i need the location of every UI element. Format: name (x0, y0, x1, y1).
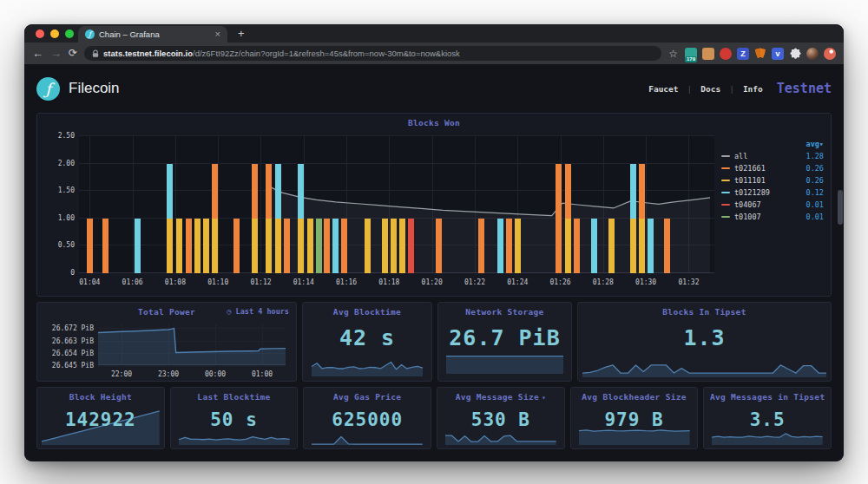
bar (324, 136, 330, 273)
panel-title: Avg Blocktime (303, 307, 431, 317)
x-tick-label: 00:00 (205, 370, 226, 378)
legend-swatch (721, 155, 730, 157)
bar (252, 136, 258, 273)
reload-icon[interactable]: ⟳ (69, 48, 77, 59)
panel-title-dropdown[interactable]: Avg Message Size▾ (437, 392, 564, 402)
legend-item[interactable]: t010070.01 (721, 211, 824, 223)
sparkline-svg (179, 431, 290, 445)
nav-link-docs[interactable]: Docs (700, 84, 720, 94)
legend-label[interactable]: t04067 (734, 200, 761, 209)
bar-segment (639, 219, 645, 273)
legend-item[interactable]: t01212890.12 (721, 186, 824, 199)
bar-segment (478, 219, 484, 273)
bar-segment (266, 164, 272, 219)
page-scrollbar-thumb[interactable] (838, 190, 843, 225)
legend-label[interactable]: t021661 (734, 164, 766, 173)
filecoin-logo-icon: ƒ (36, 77, 60, 101)
bar-segment (275, 219, 281, 273)
nav-link-info[interactable]: Info (743, 84, 763, 94)
panel-blocks-won: Blocks Won 01:0401:0601:0801:1001:1201:1… (36, 113, 832, 297)
total-power-line (98, 324, 286, 365)
close-window-button[interactable] (36, 29, 44, 38)
legend-avg-value: 0.26 (806, 164, 824, 173)
window-controls (36, 29, 74, 38)
y-tick-label: 0 (44, 269, 75, 277)
legend-avg-header[interactable]: avg▾ (806, 140, 824, 148)
stat-value: 142922 (37, 409, 164, 430)
bar-segment (102, 219, 108, 273)
close-tab-icon[interactable]: × (215, 29, 220, 39)
grafana-dashboard: ƒ Filecoin Faucet | Docs | Info Testnet … (24, 64, 844, 461)
bar-segment (497, 219, 503, 273)
y-tick-label: 26.663 PiB (43, 337, 94, 345)
x-tick-label: 01:00 (252, 370, 273, 378)
legend-label[interactable]: all (734, 152, 747, 160)
panel-title: Blocks In Tipset (578, 307, 831, 317)
bar-segment (186, 219, 192, 273)
browser-tab[interactable]: ƒ Chain – Grafana × (78, 26, 227, 43)
panel-network-storage: Network Storage 26.7 PiB (437, 302, 572, 382)
extensions-puzzle-icon[interactable] (789, 48, 801, 60)
legend-item[interactable]: t0111010.26 (721, 174, 824, 186)
legend-item[interactable]: t040670.01 (721, 199, 824, 211)
extension-red-icon[interactable] (720, 48, 732, 60)
bar (574, 136, 580, 273)
x-tick-label: 01:08 (165, 278, 186, 286)
minimize-window-button[interactable] (50, 29, 59, 38)
legend-label[interactable]: t0121289 (734, 188, 770, 197)
bar (382, 136, 388, 273)
bar (556, 136, 562, 273)
sparkline-svg (712, 431, 823, 445)
url-path: /d/z6FtI92Zz/chain?orgId=1&refresh=45s&f… (193, 49, 460, 58)
extension-icons: 179 Z v (685, 48, 836, 60)
bar (167, 136, 173, 273)
sparkline (312, 431, 423, 445)
legend-avg-value: 1.28 (806, 152, 824, 160)
x-tick-label: 01:30 (635, 278, 656, 286)
lock-icon (92, 49, 99, 58)
time-range-picker[interactable]: ◷ Last 4 hours (227, 307, 289, 316)
bar-segment (135, 219, 141, 273)
bar (275, 136, 281, 273)
x-tick-label: 22:00 (111, 370, 132, 378)
maximize-window-button[interactable] (65, 29, 74, 38)
metamask-fox-icon[interactable] (754, 48, 766, 60)
blocks-won-plot[interactable]: 01:0401:0601:0801:1001:1201:1401:1601:18… (79, 136, 714, 273)
nav-link-faucet[interactable]: Faucet (648, 84, 678, 94)
bar (266, 136, 272, 273)
clock-icon: ◷ (227, 307, 231, 316)
legend-item[interactable]: t0216610.26 (721, 162, 824, 174)
bookmark-star-icon[interactable]: ☆ (668, 48, 678, 60)
extension-v-icon[interactable]: v (772, 48, 784, 60)
browser-menu-icon[interactable] (824, 48, 836, 60)
profile-avatar[interactable] (806, 48, 819, 60)
brand-title: Filecoin (69, 80, 120, 97)
stat-value: 625000 (304, 409, 431, 430)
extension-z-icon[interactable]: Z (737, 48, 749, 60)
legend-item[interactable]: all1.28 (721, 150, 824, 162)
address-bar[interactable]: stats.testnet.filecoin.io/d/z6FtI92Zz/ch… (84, 46, 661, 61)
bar (506, 136, 512, 273)
y-tick-label: 1.50 (44, 186, 75, 194)
legend-swatch (721, 192, 730, 193)
bar (332, 136, 339, 273)
bar-segment (252, 164, 258, 219)
legend-label[interactable]: t011101 (734, 176, 766, 185)
legend-sort-header[interactable]: avg▾ (721, 138, 824, 150)
sparkline (312, 357, 423, 376)
forward-icon[interactable]: → (50, 48, 62, 59)
extension-teal-icon[interactable]: 179 (685, 48, 697, 60)
legend-label[interactable]: t01007 (734, 213, 761, 221)
chevron-down-icon[interactable]: ▾ (542, 394, 546, 402)
bar-segment (167, 164, 173, 219)
legend-avg-value: 0.01 (806, 200, 824, 209)
extension-tan-icon[interactable] (702, 48, 714, 60)
bar-segment (316, 219, 322, 273)
bar-segment (298, 164, 304, 219)
bar-segment (574, 219, 580, 273)
back-icon[interactable]: ← (32, 48, 43, 59)
new-tab-button[interactable]: + (238, 27, 245, 40)
bar-segment (648, 219, 654, 273)
bar (194, 136, 201, 273)
total-power-plot[interactable]: 22:0023:0000:0001:0026.672 PiB26.663 PiB… (98, 324, 286, 365)
